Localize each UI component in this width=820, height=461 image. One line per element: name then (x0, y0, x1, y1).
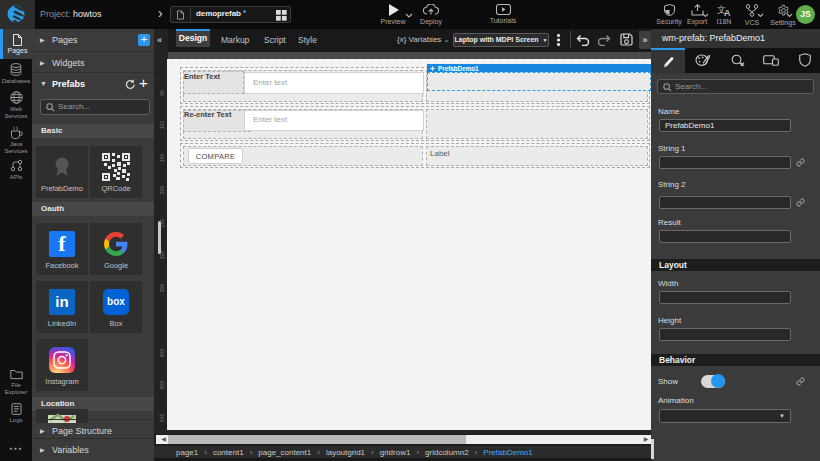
svg-text:A: A (724, 8, 731, 16)
